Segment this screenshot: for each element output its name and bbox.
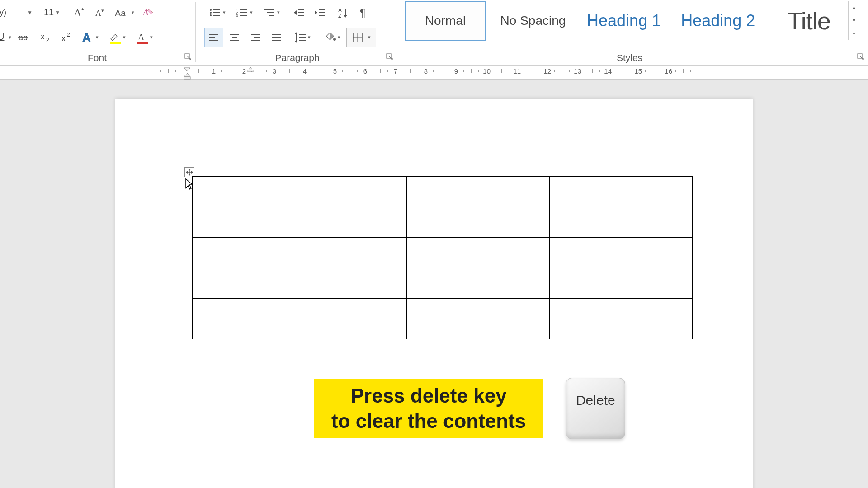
table-cell[interactable] — [193, 217, 264, 238]
multilevel-list-button[interactable]: ▾ — [259, 3, 284, 22]
style-heading-1[interactable]: Heading 1 — [580, 1, 668, 41]
table-cell[interactable] — [478, 217, 550, 238]
table-cell[interactable] — [264, 217, 335, 238]
table-cell[interactable] — [264, 177, 335, 197]
scroll-up-icon[interactable]: ▴ — [849, 1, 859, 14]
table-cell[interactable] — [550, 197, 621, 217]
table-cell[interactable] — [193, 238, 264, 258]
underline-button[interactable]: U ▾ — [0, 28, 13, 47]
table-cell[interactable] — [550, 177, 621, 197]
highlight-color-button[interactable]: ▾ — [104, 28, 129, 47]
table-cell[interactable] — [335, 319, 407, 339]
grow-font-button[interactable]: A▴ — [70, 3, 89, 22]
sort-button[interactable]: A Z — [334, 3, 353, 22]
increase-indent-button[interactable] — [310, 3, 329, 22]
text-effects-button[interactable]: A ▾ — [77, 28, 102, 47]
table-cell[interactable] — [621, 217, 693, 238]
table-cell[interactable] — [264, 258, 335, 278]
table-cell[interactable] — [264, 319, 335, 339]
table-cell[interactable] — [550, 238, 621, 258]
align-left-button[interactable] — [204, 28, 223, 47]
change-case-button[interactable]: Aa ▾ — [111, 3, 137, 22]
font-name-dropdown[interactable]: dy) ▼ — [0, 5, 37, 20]
superscript-button[interactable]: x2 — [56, 28, 75, 47]
document-page[interactable]: Press delete key to clear the contents D… — [115, 99, 753, 488]
table-cell[interactable] — [550, 299, 621, 319]
style-no-spacing[interactable]: No Spacing — [492, 1, 574, 41]
table-cell[interactable] — [407, 238, 478, 258]
font-color-button[interactable]: A ▾ — [131, 28, 156, 47]
table-cell[interactable] — [407, 258, 478, 278]
table-cell[interactable] — [550, 217, 621, 238]
font-dialog-launcher[interactable] — [184, 53, 193, 61]
table-cell[interactable] — [478, 197, 550, 217]
table-cell[interactable] — [407, 319, 478, 339]
table-cell[interactable] — [193, 299, 264, 319]
table-cell[interactable] — [550, 258, 621, 278]
first-line-indent-marker[interactable] — [183, 66, 191, 81]
table-cell[interactable] — [621, 278, 693, 299]
show-marks-button[interactable]: ¶ — [354, 3, 373, 22]
horizontal-ruler[interactable]: 12345678910111213141516 — [0, 66, 868, 80]
table-cell[interactable] — [193, 278, 264, 299]
right-indent-marker[interactable] — [247, 66, 254, 74]
align-center-button[interactable] — [225, 28, 244, 47]
subscript-button[interactable]: x2 — [35, 28, 54, 47]
table-cell[interactable] — [621, 177, 693, 197]
bullets-button[interactable]: ▾ — [204, 3, 230, 22]
table-cell[interactable] — [335, 278, 407, 299]
borders-button[interactable]: ▾ — [346, 28, 376, 47]
decrease-indent-button[interactable] — [289, 3, 308, 22]
clear-formatting-button[interactable]: A — [138, 3, 157, 22]
table-cell[interactable] — [193, 319, 264, 339]
table-cell[interactable] — [621, 197, 693, 217]
table-cell[interactable] — [478, 319, 550, 339]
table-cell[interactable] — [478, 238, 550, 258]
table-cell[interactable] — [407, 177, 478, 197]
table-cell[interactable] — [193, 258, 264, 278]
table-cell[interactable] — [335, 197, 407, 217]
numbering-button[interactable]: 1 2 3 ▾ — [231, 3, 257, 22]
table-cell[interactable] — [335, 217, 407, 238]
justify-button[interactable] — [267, 28, 286, 47]
shading-button[interactable]: ▾ — [319, 28, 344, 47]
table-cell[interactable] — [550, 319, 621, 339]
table-cell[interactable] — [407, 197, 478, 217]
table-cell[interactable] — [264, 238, 335, 258]
table-cell[interactable] — [335, 238, 407, 258]
document-table[interactable] — [192, 176, 693, 339]
scroll-down-icon[interactable]: ▾ — [849, 14, 859, 27]
shrink-font-button[interactable]: A▾ — [90, 3, 109, 22]
font-size-dropdown[interactable]: 11 ▼ — [40, 5, 65, 20]
scroll-more-icon[interactable]: ▾ — [849, 27, 859, 40]
table-cell[interactable] — [621, 258, 693, 278]
table-cell[interactable] — [193, 177, 264, 197]
table-cell[interactable] — [407, 278, 478, 299]
table-cell[interactable] — [264, 299, 335, 319]
table-cell[interactable] — [407, 299, 478, 319]
table-cell[interactable] — [621, 319, 693, 339]
table-cell[interactable] — [335, 299, 407, 319]
table-cell[interactable] — [550, 278, 621, 299]
style-normal[interactable]: Normal — [405, 1, 486, 41]
table-cell[interactable] — [478, 278, 550, 299]
style-title[interactable]: Title — [768, 1, 849, 41]
strikethrough-button[interactable]: ab — [14, 28, 33, 47]
table-cell[interactable] — [407, 217, 478, 238]
table-cell[interactable] — [478, 258, 550, 278]
table-cell[interactable] — [621, 238, 693, 258]
table-cell[interactable] — [335, 177, 407, 197]
line-spacing-button[interactable]: ▾ — [289, 28, 315, 47]
table-move-handle-icon[interactable] — [184, 167, 194, 177]
table-resize-handle[interactable] — [693, 349, 700, 356]
style-heading-2[interactable]: Heading 2 — [674, 1, 762, 41]
table-cell[interactable] — [264, 278, 335, 299]
table-cell[interactable] — [478, 299, 550, 319]
paragraph-dialog-launcher[interactable] — [386, 53, 394, 61]
table-cell[interactable] — [335, 258, 407, 278]
table-cell[interactable] — [478, 177, 550, 197]
table-cell[interactable] — [264, 197, 335, 217]
styles-dialog-launcher[interactable] — [857, 53, 865, 61]
table-cell[interactable] — [621, 299, 693, 319]
align-right-button[interactable] — [246, 28, 265, 47]
